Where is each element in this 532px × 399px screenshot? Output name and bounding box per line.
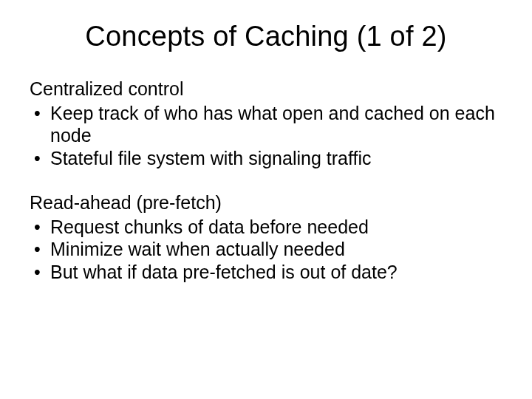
list-item: Request chunks of data before needed bbox=[30, 216, 502, 239]
slide-title: Concepts of Caching (1 of 2) bbox=[30, 21, 502, 52]
section-label-readahead: Read-ahead (pre-fetch) bbox=[30, 191, 502, 214]
list-item: But what if data pre-fetched is out of d… bbox=[30, 261, 502, 284]
slide-body: Centralized control Keep track of who ha… bbox=[30, 78, 502, 283]
bullet-list-readahead: Request chunks of data before needed Min… bbox=[30, 216, 502, 284]
list-item: Keep track of who has what open and cach… bbox=[30, 102, 502, 147]
list-item: Stateful file system with signaling traf… bbox=[30, 147, 502, 170]
slide: Concepts of Caching (1 of 2) Centralized… bbox=[0, 0, 532, 399]
list-item: Minimize wait when actually needed bbox=[30, 238, 502, 261]
bullet-list-centralized: Keep track of who has what open and cach… bbox=[30, 102, 502, 170]
section-label-centralized: Centralized control bbox=[30, 78, 502, 100]
